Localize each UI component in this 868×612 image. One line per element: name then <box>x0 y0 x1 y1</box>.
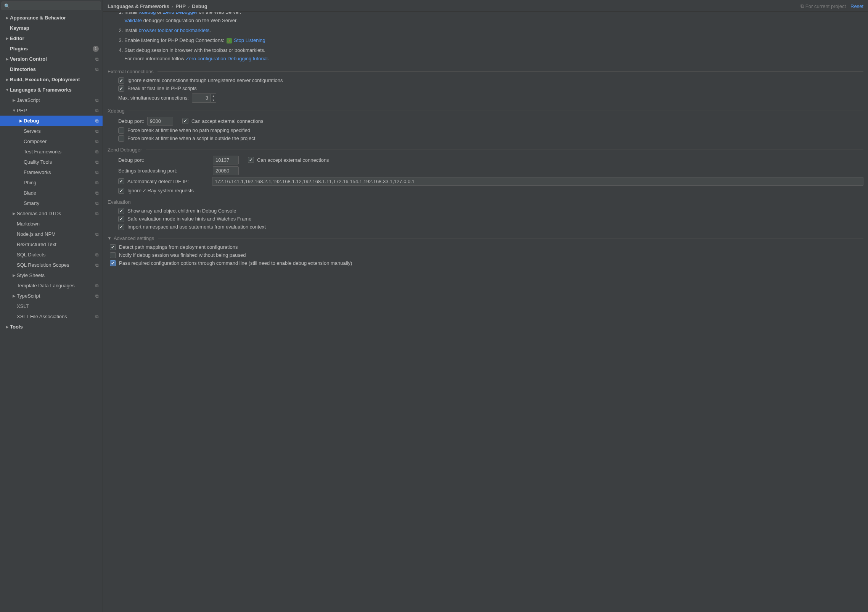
sidebar-item-label: Markdown <box>17 221 100 227</box>
sidebar-item-plugins[interactable]: Plugins1 <box>0 43 103 54</box>
search-box[interactable]: 🔍 <box>2 2 101 10</box>
tree-arrow-icon: ▶ <box>11 211 17 216</box>
sidebar-item-label: Editor <box>10 35 100 41</box>
adv-notify-label: Notify if debug session was finished wit… <box>119 252 246 258</box>
max-conn-input[interactable] <box>192 93 211 103</box>
sidebar-item-label: Quality Tools <box>24 159 95 165</box>
sidebar-item-xslt[interactable]: XSLT <box>0 301 103 311</box>
scope-icon: ⧉ <box>95 139 99 144</box>
eval-safe-label: Safe evaluation mode in value hints and … <box>127 216 251 222</box>
reset-link[interactable]: Reset <box>850 3 863 9</box>
zero-config-link[interactable]: Zero-configuration Debugging tutorial <box>186 56 268 61</box>
advanced-twisty[interactable]: ▼ <box>108 236 111 240</box>
sidebar-item-typescript[interactable]: ▶TypeScript⧉ <box>0 291 103 301</box>
max-conn-spinner[interactable]: ▲▼ <box>211 93 216 103</box>
adv-pass-checkbox[interactable] <box>110 260 116 266</box>
break-first-line-checkbox[interactable] <box>118 85 124 92</box>
eval-children-checkbox[interactable] <box>118 208 124 214</box>
breadcrumb-item[interactable]: Debug <box>192 3 207 9</box>
scope-icon: ⧉ <box>95 190 99 196</box>
search-icon: 🔍 <box>4 3 10 9</box>
sidebar-item-editor[interactable]: ▶Editor <box>0 33 103 43</box>
group-zend: Zend Debugger <box>108 147 863 153</box>
sidebar-item-label: Node.js and NPM <box>17 231 95 237</box>
sidebar-item-version-control[interactable]: ▶Version Control⧉ <box>0 54 103 64</box>
sidebar-item-smarty[interactable]: Smarty⧉ <box>0 198 103 208</box>
xdebug-port-input[interactable] <box>147 117 173 126</box>
sidebar-item-appearance-behavior[interactable]: ▶Appearance & Behavior <box>0 13 103 23</box>
xdebug-force2-checkbox[interactable] <box>118 135 124 142</box>
zend-accept-checkbox[interactable] <box>248 157 254 163</box>
sidebar-item-blade[interactable]: Blade⧉ <box>0 188 103 198</box>
zend-zray-checkbox[interactable] <box>118 188 124 194</box>
zend-link[interactable]: Zend Debugger <box>163 12 197 15</box>
group-xdebug: Xdebug <box>108 108 863 114</box>
sidebar-item-keymap[interactable]: Keymap <box>0 23 103 33</box>
eval-safe-checkbox[interactable] <box>118 216 124 222</box>
sidebar-item-markdown[interactable]: Markdown <box>0 219 103 229</box>
sidebar-item-label: SQL Dialects <box>17 252 95 258</box>
sidebar-item-languages-frameworks[interactable]: ▼Languages & Frameworks <box>0 85 103 95</box>
tree-arrow-icon: ▶ <box>11 294 17 298</box>
stop-listening-link[interactable]: Stop Listening <box>234 37 265 43</box>
scope-icon: ⧉ <box>95 98 99 103</box>
zend-port-input[interactable] <box>213 156 239 164</box>
sidebar-item-node-js-and-npm[interactable]: Node.js and NPM⧉ <box>0 229 103 239</box>
breadcrumb-item[interactable]: Languages & Frameworks <box>108 3 169 9</box>
sidebar-item-schemas-and-dtds[interactable]: ▶Schemas and DTDs⧉ <box>0 208 103 219</box>
ignore-external-checkbox[interactable] <box>118 77 124 84</box>
xdebug-link[interactable]: Xdebug <box>139 12 156 15</box>
step-3: Enable listening for PHP Debug Connectio… <box>124 36 863 45</box>
xdebug-force1-checkbox[interactable] <box>118 127 124 134</box>
sidebar-item-label: Blade <box>24 190 95 196</box>
sidebar-item-quality-tools[interactable]: Quality Tools⧉ <box>0 157 103 167</box>
adv-pass-label: Pass required configuration options thro… <box>119 260 352 266</box>
sidebar-item-frameworks[interactable]: Frameworks⧉ <box>0 167 103 177</box>
eval-import-checkbox[interactable] <box>118 224 124 230</box>
tree-arrow-icon: ▶ <box>11 273 17 277</box>
sidebar-item-style-sheets[interactable]: ▶Style Sheets <box>0 270 103 280</box>
sidebar-item-phing[interactable]: Phing⧉ <box>0 177 103 188</box>
sidebar-item-servers[interactable]: Servers⧉ <box>0 126 103 136</box>
zend-broadcast-input[interactable] <box>213 166 239 175</box>
sidebar-item-sql-dialects[interactable]: SQL Dialects⧉ <box>0 250 103 260</box>
scope-icon: ⧉ <box>95 149 99 155</box>
sidebar-item-sql-resolution-scopes[interactable]: SQL Resolution Scopes⧉ <box>0 260 103 270</box>
sidebar-item-test-frameworks[interactable]: Test Frameworks⧉ <box>0 147 103 157</box>
scope-icon: ⧉ <box>95 180 99 185</box>
search-input[interactable] <box>11 3 98 9</box>
sidebar-item-label: Composer <box>24 139 95 144</box>
zend-ips-input[interactable] <box>212 177 863 186</box>
sidebar-item-xslt-file-associations[interactable]: XSLT File Associations⧉ <box>0 311 103 322</box>
breadcrumb-sep: › <box>188 3 190 9</box>
sidebar-item-label: Style Sheets <box>17 272 100 278</box>
bookmarklets-link[interactable]: browser toolbar or bookmarklets <box>139 27 210 33</box>
adv-notify-checkbox[interactable] <box>110 252 116 258</box>
xdebug-accept-checkbox[interactable] <box>182 118 188 124</box>
adv-detect-checkbox[interactable] <box>110 244 116 250</box>
badge: 1 <box>93 46 99 52</box>
breadcrumb-item[interactable]: PHP <box>175 3 186 9</box>
validate-link[interactable]: Validate <box>124 18 142 23</box>
settings-sidebar: 🔍 ▶Appearance & BehaviorKeymap▶EditorPlu… <box>0 0 103 612</box>
sidebar-item-javascript[interactable]: ▶JavaScript⧉ <box>0 95 103 105</box>
sidebar-item-tools[interactable]: ▶Tools <box>0 322 103 332</box>
sidebar-item-label: Tools <box>10 324 100 330</box>
scope-icon: ⧉ <box>800 3 804 9</box>
sidebar-item-directories[interactable]: Directories⧉ <box>0 64 103 74</box>
sidebar-item-composer[interactable]: Composer⧉ <box>0 136 103 147</box>
tree-arrow-icon: ▼ <box>11 108 17 113</box>
eval-children-label: Show array and object children in Debug … <box>127 208 236 214</box>
scope-icon: ⧉ <box>95 170 99 175</box>
sidebar-item-debug[interactable]: ▶Debug⧉ <box>0 116 103 126</box>
sidebar-item-build-execution-deployment[interactable]: ▶Build, Execution, Deployment <box>0 74 103 85</box>
zend-autoip-checkbox[interactable] <box>118 178 124 184</box>
tree-arrow-icon: ▶ <box>5 57 10 61</box>
sidebar-item-php[interactable]: ▼PHP⧉ <box>0 105 103 116</box>
sidebar-item-label: XSLT File Associations <box>17 314 95 319</box>
sidebar-item-label: XSLT <box>17 303 100 309</box>
sidebar-item-template-data-languages[interactable]: Template Data Languages⧉ <box>0 280 103 291</box>
scope-icon: ⧉ <box>95 118 99 124</box>
sidebar-item-restructured-text[interactable]: ReStructured Text <box>0 239 103 250</box>
step-1: Install Xdebug or Zend Debugger on the W… <box>124 12 863 25</box>
